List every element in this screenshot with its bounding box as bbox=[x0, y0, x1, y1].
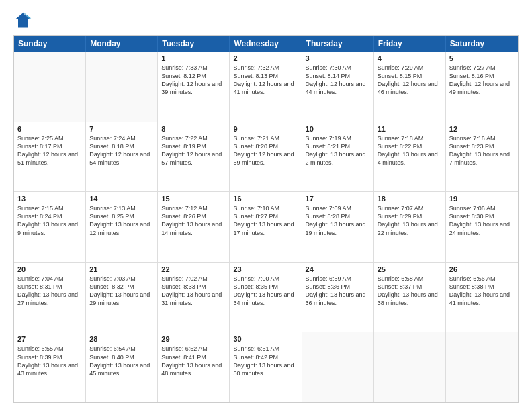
empty-cell bbox=[374, 332, 446, 402]
sun-info: Sunrise: 6:58 AMSunset: 8:37 PMDaylight:… bbox=[378, 275, 442, 308]
day-number: 17 bbox=[306, 195, 370, 203]
day-cell-20: 20Sunrise: 7:04 AMSunset: 8:31 PMDayligh… bbox=[14, 263, 86, 332]
sun-info: Sunrise: 6:55 AMSunset: 8:39 PMDaylight:… bbox=[17, 345, 82, 377]
day-number: 27 bbox=[17, 335, 82, 343]
sun-info: Sunrise: 7:03 AMSunset: 8:32 PMDaylight:… bbox=[89, 275, 154, 308]
day-number: 6 bbox=[17, 125, 82, 133]
empty-cell bbox=[446, 332, 518, 402]
day-number: 26 bbox=[449, 265, 515, 273]
day-cell-17: 17Sunrise: 7:09 AMSunset: 8:28 PMDayligh… bbox=[302, 192, 374, 262]
day-number: 20 bbox=[17, 265, 82, 273]
day-cell-24: 24Sunrise: 6:59 AMSunset: 8:36 PMDayligh… bbox=[302, 263, 374, 332]
calendar-row-2: 6Sunrise: 7:25 AMSunset: 8:17 PMDaylight… bbox=[14, 122, 518, 193]
empty-cell bbox=[302, 332, 374, 402]
sun-info: Sunrise: 7:06 AMSunset: 8:30 PMDaylight:… bbox=[449, 204, 515, 237]
day-number: 15 bbox=[161, 195, 226, 203]
day-number: 21 bbox=[89, 265, 154, 273]
day-number: 14 bbox=[89, 195, 154, 203]
day-number: 13 bbox=[17, 195, 82, 203]
logo-icon bbox=[13, 11, 32, 30]
sun-info: Sunrise: 6:59 AMSunset: 8:36 PMDaylight:… bbox=[306, 275, 370, 308]
day-header-sunday: Sunday bbox=[14, 36, 86, 52]
sun-info: Sunrise: 7:16 AMSunset: 8:23 PMDaylight:… bbox=[449, 134, 515, 167]
day-cell-21: 21Sunrise: 7:03 AMSunset: 8:32 PMDayligh… bbox=[86, 263, 158, 332]
day-number: 5 bbox=[449, 54, 515, 62]
sun-info: Sunrise: 6:56 AMSunset: 8:38 PMDaylight:… bbox=[449, 275, 515, 308]
empty-cell bbox=[14, 52, 86, 122]
day-number: 23 bbox=[233, 265, 298, 273]
sun-info: Sunrise: 7:24 AMSunset: 8:18 PMDaylight:… bbox=[89, 134, 154, 167]
sun-info: Sunrise: 7:29 AMSunset: 8:15 PMDaylight:… bbox=[378, 64, 442, 97]
day-cell-12: 12Sunrise: 7:16 AMSunset: 8:23 PMDayligh… bbox=[446, 122, 518, 192]
day-cell-6: 6Sunrise: 7:25 AMSunset: 8:17 PMDaylight… bbox=[14, 122, 86, 192]
day-header-monday: Monday bbox=[86, 36, 158, 52]
day-number: 9 bbox=[233, 125, 298, 133]
day-cell-30: 30Sunrise: 6:51 AMSunset: 8:42 PMDayligh… bbox=[230, 332, 302, 402]
page: SundayMondayTuesdayWednesdayThursdayFrid… bbox=[0, 0, 532, 411]
day-cell-1: 1Sunrise: 7:33 AMSunset: 8:12 PMDaylight… bbox=[158, 52, 230, 122]
calendar-row-5: 27Sunrise: 6:55 AMSunset: 8:39 PMDayligh… bbox=[14, 332, 518, 402]
day-number: 12 bbox=[449, 125, 515, 133]
sun-info: Sunrise: 6:54 AMSunset: 8:40 PMDaylight:… bbox=[89, 345, 154, 377]
calendar-body: 1Sunrise: 7:33 AMSunset: 8:12 PMDaylight… bbox=[14, 52, 518, 402]
header bbox=[13, 11, 519, 30]
day-cell-7: 7Sunrise: 7:24 AMSunset: 8:18 PMDaylight… bbox=[86, 122, 158, 192]
day-number: 22 bbox=[161, 265, 226, 273]
day-number: 10 bbox=[306, 125, 370, 133]
empty-cell bbox=[86, 52, 158, 122]
sun-info: Sunrise: 7:00 AMSunset: 8:35 PMDaylight:… bbox=[233, 275, 298, 308]
sun-info: Sunrise: 7:09 AMSunset: 8:28 PMDaylight:… bbox=[306, 204, 370, 237]
calendar-row-4: 20Sunrise: 7:04 AMSunset: 8:31 PMDayligh… bbox=[14, 263, 518, 333]
sun-info: Sunrise: 6:52 AMSunset: 8:41 PMDaylight:… bbox=[161, 345, 226, 377]
calendar-row-3: 13Sunrise: 7:15 AMSunset: 8:24 PMDayligh… bbox=[14, 192, 518, 263]
day-cell-10: 10Sunrise: 7:19 AMSunset: 8:21 PMDayligh… bbox=[302, 122, 374, 192]
day-number: 4 bbox=[378, 54, 442, 62]
day-cell-29: 29Sunrise: 6:52 AMSunset: 8:41 PMDayligh… bbox=[158, 332, 230, 402]
day-cell-14: 14Sunrise: 7:13 AMSunset: 8:25 PMDayligh… bbox=[86, 192, 158, 262]
sun-info: Sunrise: 7:04 AMSunset: 8:31 PMDaylight:… bbox=[17, 275, 82, 308]
day-cell-11: 11Sunrise: 7:18 AMSunset: 8:22 PMDayligh… bbox=[374, 122, 446, 192]
sun-info: Sunrise: 6:51 AMSunset: 8:42 PMDaylight:… bbox=[233, 345, 298, 377]
sun-info: Sunrise: 7:32 AMSunset: 8:13 PMDaylight:… bbox=[233, 64, 298, 97]
day-cell-28: 28Sunrise: 6:54 AMSunset: 8:40 PMDayligh… bbox=[86, 332, 158, 402]
sun-info: Sunrise: 7:19 AMSunset: 8:21 PMDaylight:… bbox=[306, 134, 370, 167]
sun-info: Sunrise: 7:02 AMSunset: 8:33 PMDaylight:… bbox=[161, 275, 226, 308]
day-header-saturday: Saturday bbox=[446, 36, 518, 52]
day-cell-16: 16Sunrise: 7:10 AMSunset: 8:27 PMDayligh… bbox=[230, 192, 302, 262]
day-number: 2 bbox=[233, 54, 298, 62]
day-number: 1 bbox=[161, 54, 226, 62]
day-cell-3: 3Sunrise: 7:30 AMSunset: 8:14 PMDaylight… bbox=[302, 52, 374, 122]
day-number: 8 bbox=[161, 125, 226, 133]
sun-info: Sunrise: 7:07 AMSunset: 8:29 PMDaylight:… bbox=[378, 204, 442, 237]
day-cell-8: 8Sunrise: 7:22 AMSunset: 8:19 PMDaylight… bbox=[158, 122, 230, 192]
day-number: 19 bbox=[449, 195, 515, 203]
day-header-friday: Friday bbox=[374, 36, 446, 52]
day-number: 3 bbox=[306, 54, 370, 62]
day-cell-13: 13Sunrise: 7:15 AMSunset: 8:24 PMDayligh… bbox=[14, 192, 86, 262]
day-header-thursday: Thursday bbox=[302, 36, 374, 52]
day-header-tuesday: Tuesday bbox=[158, 36, 230, 52]
logo bbox=[13, 11, 35, 30]
day-cell-2: 2Sunrise: 7:32 AMSunset: 8:13 PMDaylight… bbox=[230, 52, 302, 122]
sun-info: Sunrise: 7:27 AMSunset: 8:16 PMDaylight:… bbox=[449, 64, 515, 97]
calendar-header: SundayMondayTuesdayWednesdayThursdayFrid… bbox=[14, 36, 518, 52]
day-number: 16 bbox=[233, 195, 298, 203]
day-cell-15: 15Sunrise: 7:12 AMSunset: 8:26 PMDayligh… bbox=[158, 192, 230, 262]
day-number: 28 bbox=[89, 335, 154, 343]
sun-info: Sunrise: 7:30 AMSunset: 8:14 PMDaylight:… bbox=[306, 64, 370, 97]
sun-info: Sunrise: 7:22 AMSunset: 8:19 PMDaylight:… bbox=[161, 134, 226, 167]
sun-info: Sunrise: 7:12 AMSunset: 8:26 PMDaylight:… bbox=[161, 204, 226, 237]
sun-info: Sunrise: 7:18 AMSunset: 8:22 PMDaylight:… bbox=[378, 134, 442, 167]
day-number: 11 bbox=[378, 125, 442, 133]
calendar-row-1: 1Sunrise: 7:33 AMSunset: 8:12 PMDaylight… bbox=[14, 52, 518, 122]
sun-info: Sunrise: 7:10 AMSunset: 8:27 PMDaylight:… bbox=[233, 204, 298, 237]
day-number: 24 bbox=[306, 265, 370, 273]
day-cell-23: 23Sunrise: 7:00 AMSunset: 8:35 PMDayligh… bbox=[230, 263, 302, 332]
sun-info: Sunrise: 7:33 AMSunset: 8:12 PMDaylight:… bbox=[161, 64, 226, 97]
day-header-wednesday: Wednesday bbox=[230, 36, 302, 52]
day-cell-9: 9Sunrise: 7:21 AMSunset: 8:20 PMDaylight… bbox=[230, 122, 302, 192]
day-number: 29 bbox=[161, 335, 226, 343]
day-number: 7 bbox=[89, 125, 154, 133]
sun-info: Sunrise: 7:15 AMSunset: 8:24 PMDaylight:… bbox=[17, 204, 82, 237]
day-cell-18: 18Sunrise: 7:07 AMSunset: 8:29 PMDayligh… bbox=[374, 192, 446, 262]
